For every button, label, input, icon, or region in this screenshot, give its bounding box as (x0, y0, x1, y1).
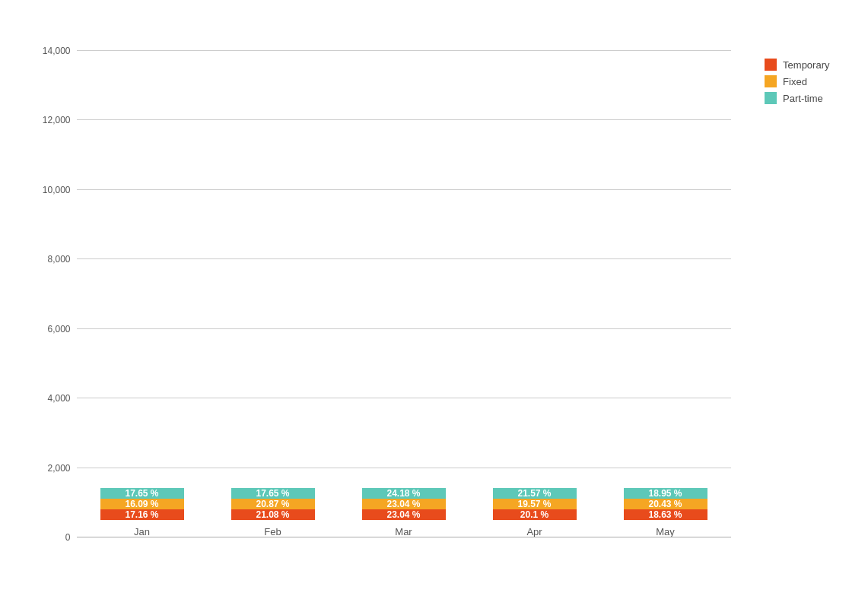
legend-item: Temporary (765, 59, 829, 71)
bar-stack: 17.16 %16.09 %17.65 % (100, 488, 184, 520)
bar-stack: 20.1 %19.57 %21.57 % (493, 488, 577, 520)
bar-segment-parttime: 18.95 % (624, 488, 707, 499)
legend-color-box (765, 59, 777, 71)
bar-segment-label: 20.43 % (648, 499, 682, 509)
bar-segment-label: 20.1 % (520, 509, 548, 520)
chart-container: TemporaryFixedPart-time 02,0004,0006,000… (16, 13, 853, 583)
bar-segment-fixed: 20.87 % (231, 499, 315, 509)
x-axis-label: Jan (134, 526, 150, 537)
bar-segment-label: 24.18 % (386, 488, 420, 499)
bar-segment-label: 17.65 % (125, 488, 158, 499)
bar-segment-label: 16.09 % (125, 499, 158, 509)
bar-segment-label: 19.57 % (517, 499, 551, 509)
legend: TemporaryFixedPart-time (765, 59, 829, 104)
bar-segment-temporary: 23.04 % (362, 509, 446, 520)
bar-segment-parttime: 17.65 % (100, 488, 184, 499)
legend-color-box (765, 75, 777, 87)
bar-segment-temporary: 18.63 % (624, 509, 707, 520)
bar-segment-label: 18.63 % (648, 509, 682, 520)
legend-label: Fixed (783, 76, 807, 87)
bar-segment-fixed: 19.57 % (493, 499, 577, 509)
bar-group: 17.16 %16.09 %17.65 %Jan (93, 488, 192, 537)
bar-stack: 18.63 %20.43 %18.95 % (624, 488, 707, 520)
legend-color-box (765, 92, 777, 104)
bar-segment-label: 21.08 % (256, 509, 289, 520)
bar-segment-temporary: 20.1 % (493, 509, 577, 520)
y-axis-tick-label: 2,000 (47, 463, 70, 474)
bar-segment-temporary: 17.16 % (100, 509, 184, 520)
y-axis-tick-label: 10,000 (43, 185, 71, 195)
bar-group: 21.08 %20.87 %17.65 %Feb (224, 488, 323, 537)
bar-segment-label: 18.95 % (648, 488, 682, 499)
legend-item: Part-time (765, 92, 829, 104)
bars-row: 17.16 %16.09 %17.65 %Jan21.08 %20.87 %17… (77, 51, 731, 537)
bar-segment-label: 17.16 % (125, 509, 158, 520)
bar-segment-label: 23.04 % (386, 509, 420, 520)
bar-segment-fixed: 20.43 % (624, 499, 707, 509)
bar-segment-label: 20.87 % (256, 499, 289, 509)
legend-item: Fixed (765, 75, 829, 87)
x-axis-label: Mar (395, 526, 412, 537)
bar-group: 23.04 %23.04 %24.18 %Mar (355, 488, 453, 537)
bar-segment-parttime: 24.18 % (362, 488, 446, 499)
bar-segment-parttime: 17.65 % (231, 488, 315, 499)
bar-stack: 23.04 %23.04 %24.18 % (362, 488, 446, 520)
bar-segment-label: 17.65 % (256, 488, 289, 499)
x-axis-label: Apr (526, 526, 542, 537)
bar-segment-fixed: 23.04 % (362, 499, 446, 509)
bar-segment-label: 23.04 % (386, 499, 420, 509)
chart-area: 02,0004,0006,0008,00010,00012,00014,000 … (77, 51, 731, 537)
bar-segment-fixed: 16.09 % (100, 499, 184, 509)
y-axis-tick-label: 6,000 (47, 324, 70, 334)
x-axis-label: May (656, 526, 675, 537)
bar-segment-label: 21.57 % (517, 488, 551, 499)
bar-group: 20.1 %19.57 %21.57 %Apr (485, 488, 584, 537)
y-axis-tick-label: 8,000 (47, 254, 70, 265)
x-axis-label: Feb (264, 526, 281, 537)
bar-group: 18.63 %20.43 %18.95 %May (616, 488, 715, 537)
legend-label: Part-time (783, 93, 823, 104)
legend-label: Temporary (783, 59, 829, 71)
y-axis-tick-label: 14,000 (43, 46, 71, 56)
bar-stack: 21.08 %20.87 %17.65 % (231, 488, 315, 520)
bar-segment-parttime: 21.57 % (493, 488, 577, 499)
bar-segment-temporary: 21.08 % (231, 509, 315, 520)
x-axis-line (77, 537, 731, 537)
y-axis-tick-label: 0 (65, 532, 71, 543)
y-axis-tick-label: 12,000 (43, 115, 71, 125)
y-axis-tick-label: 4,000 (47, 393, 70, 404)
